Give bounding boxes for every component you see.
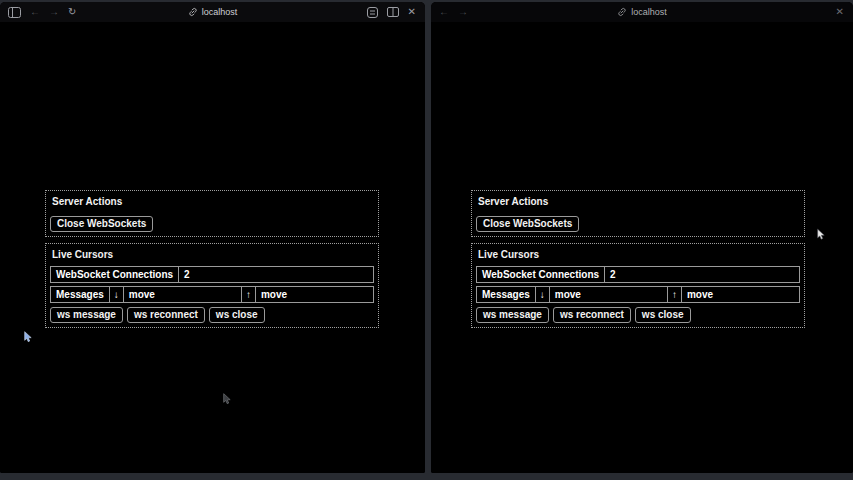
link-icon <box>188 7 198 17</box>
close-icon[interactable]: ✕ <box>408 7 416 17</box>
refresh-icon[interactable]: ↻ <box>68 7 76 17</box>
messages-row: Messages ↓ move ↑ move <box>476 286 800 303</box>
connections-value: 2 <box>605 267 799 282</box>
ws-close-button[interactable]: ws close <box>635 307 691 323</box>
ws-close-button[interactable]: ws close <box>209 307 265 323</box>
back-icon[interactable]: ← <box>439 7 449 17</box>
ws-reconnect-button[interactable]: ws reconnect <box>127 307 205 323</box>
close-websockets-button[interactable]: Close WebSockets <box>476 216 579 232</box>
url-text: localhost <box>631 7 667 17</box>
link-icon <box>617 7 627 17</box>
url-text: localhost <box>202 7 238 17</box>
titlebar-right: ← → localhost ✕ <box>431 2 853 22</box>
live-cursors-title: Live Cursors <box>476 247 800 266</box>
back-icon[interactable]: ← <box>30 7 40 17</box>
close-websockets-button[interactable]: Close WebSockets <box>50 216 153 232</box>
ws-message-button[interactable]: ws message <box>50 307 123 323</box>
ws-buttons-row: ws message ws reconnect ws close <box>476 306 800 323</box>
server-actions-title: Server Actions <box>50 194 374 213</box>
browser-window-left: ← → ↻ localhost <box>0 2 425 473</box>
received-event-value: move <box>124 287 242 302</box>
app-panel: Server Actions Close WebSockets Live Cur… <box>471 190 805 334</box>
address-bar[interactable]: localhost <box>431 2 853 22</box>
close-icon[interactable]: ✕ <box>836 7 844 17</box>
connections-label: WebSocket Connections <box>477 267 605 282</box>
live-cursors-section: Live Cursors WebSocket Connections 2 Mes… <box>45 243 379 328</box>
messages-row: Messages ↓ move ↑ move <box>50 286 374 303</box>
server-actions-title: Server Actions <box>476 194 800 213</box>
split-view-icon[interactable] <box>387 7 399 17</box>
arrow-down-icon: ↓ <box>110 287 124 302</box>
titlebar-left: ← → ↻ localhost <box>0 2 425 22</box>
page-content-left: Server Actions Close WebSockets Live Cur… <box>0 22 425 473</box>
ws-buttons-row: ws message ws reconnect ws close <box>50 306 374 323</box>
sent-event-value: move <box>682 287 799 302</box>
live-cursors-title: Live Cursors <box>50 247 374 266</box>
messages-label: Messages <box>477 287 536 302</box>
tab-list-icon[interactable] <box>367 7 378 18</box>
page-content-right: Server Actions Close WebSockets Live Cur… <box>431 22 853 473</box>
received-event-value: move <box>550 287 668 302</box>
connections-row: WebSocket Connections 2 <box>50 266 374 283</box>
connections-value: 2 <box>179 267 373 282</box>
messages-label: Messages <box>51 287 110 302</box>
browser-window-right: ← → localhost ✕ Server Actions Close Web… <box>431 2 853 473</box>
live-cursors-section: Live Cursors WebSocket Connections 2 Mes… <box>471 243 805 328</box>
forward-icon[interactable]: → <box>458 7 468 17</box>
server-actions-section: Server Actions Close WebSockets <box>471 190 805 237</box>
forward-icon[interactable]: → <box>49 7 59 17</box>
server-actions-section: Server Actions Close WebSockets <box>45 190 379 237</box>
connections-label: WebSocket Connections <box>51 267 179 282</box>
arrow-down-icon: ↓ <box>536 287 550 302</box>
ws-reconnect-button[interactable]: ws reconnect <box>553 307 631 323</box>
arrow-up-icon: ↑ <box>242 287 256 302</box>
ws-message-button[interactable]: ws message <box>476 307 549 323</box>
arrow-up-icon: ↑ <box>668 287 682 302</box>
connections-row: WebSocket Connections 2 <box>476 266 800 283</box>
sidebar-toggle-icon[interactable] <box>8 7 21 18</box>
sent-event-value: move <box>256 287 373 302</box>
app-panel: Server Actions Close WebSockets Live Cur… <box>45 190 379 334</box>
